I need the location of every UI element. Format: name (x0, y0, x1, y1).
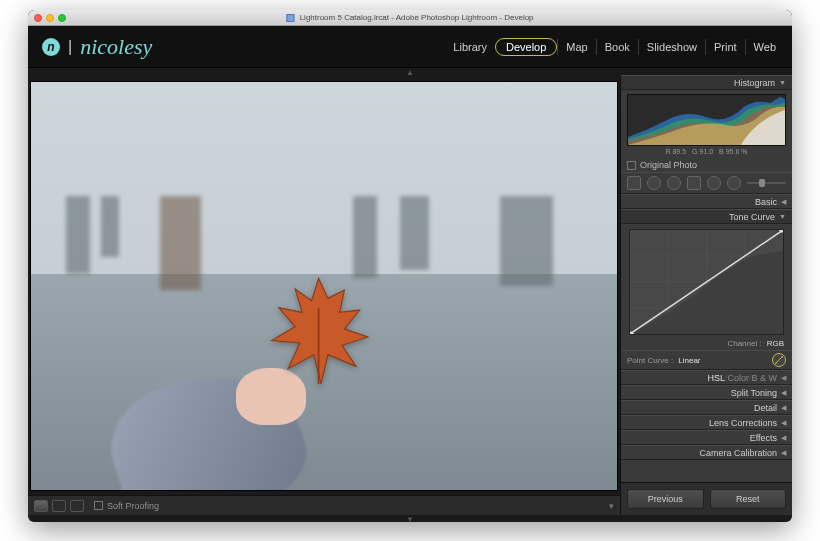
panel-cameracalib-header[interactable]: Camera Calibration◀ (621, 445, 792, 460)
triangle-down-icon: ▼ (779, 79, 786, 86)
preview-image[interactable] (30, 81, 618, 491)
module-develop[interactable]: Develop (495, 38, 557, 56)
panel-lenscorr-header[interactable]: Lens Corrections◀ (621, 415, 792, 430)
panel-detail-header[interactable]: Detail◀ (621, 400, 792, 415)
point-curve-label: Point Curve : (627, 356, 673, 365)
titlebar: Lightroom 5 Catalog.lrcat - Adobe Photos… (28, 10, 792, 26)
bottom-panel-toggle[interactable]: ▼ (28, 515, 792, 522)
svg-point-9 (775, 362, 777, 364)
panel-basic-header[interactable]: Basic◀ (621, 194, 792, 209)
tone-curve[interactable] (629, 229, 784, 335)
dev-buttons: Previous Reset (621, 482, 792, 515)
module-web[interactable]: Web (745, 39, 784, 55)
toolbar: Soft Proofing ▾ (28, 495, 620, 515)
checkbox-icon (627, 161, 636, 170)
window-controls (34, 14, 66, 22)
brand-name: nicolesy (80, 34, 152, 60)
module-library[interactable]: Library (445, 39, 495, 55)
soft-proofing-toggle[interactable]: Soft Proofing (94, 501, 159, 511)
app-icon (286, 14, 294, 22)
point-curve-row: Point Curve : Linear (621, 350, 792, 370)
app-window: Lightroom 5 Catalog.lrcat - Adobe Photos… (28, 10, 792, 522)
brand-logo-icon: n (42, 38, 60, 56)
zoom-button[interactable] (58, 14, 66, 22)
tone-curve-channel[interactable]: Channel : RGB (621, 337, 792, 350)
loupe-view-button[interactable] (34, 500, 48, 512)
crop-tool[interactable] (627, 176, 641, 190)
panel-histogram-header[interactable]: Histogram▼ (621, 75, 792, 90)
module-print[interactable]: Print (705, 39, 745, 55)
tool-slider[interactable] (747, 182, 786, 184)
reset-button[interactable]: Reset (710, 489, 787, 509)
original-photo-toggle[interactable]: Original Photo (621, 158, 792, 172)
module-book[interactable]: Book (596, 39, 638, 55)
spot-tool[interactable] (647, 176, 661, 190)
toolbar-menu[interactable]: ▾ (609, 501, 614, 511)
histogram-readout: R 89.5 G 91.0 B 95.6 % (621, 148, 792, 155)
radial-filter-tool[interactable] (707, 176, 721, 190)
header: n | nicolesy Library Develop Map Book Sl… (28, 26, 792, 68)
brand-separator: | (68, 38, 72, 56)
point-curve-toggle[interactable] (772, 353, 786, 367)
window-title: Lightroom 5 Catalog.lrcat - Adobe Photos… (286, 13, 533, 22)
module-slideshow[interactable]: Slideshow (638, 39, 705, 55)
panel-tonecurve-header[interactable]: Tone Curve▼ (621, 209, 792, 224)
identity-plate[interactable]: n | nicolesy (42, 34, 152, 60)
right-panel: Histogram▼ R 89.5 G 91.0 B 95.6 % Origin… (620, 75, 792, 515)
svg-point-10 (781, 356, 783, 358)
histogram[interactable] (627, 94, 786, 146)
previous-button[interactable]: Previous (627, 489, 704, 509)
soft-proofing-label: Soft Proofing (107, 501, 159, 511)
point-curve-value[interactable]: Linear (678, 356, 700, 365)
before-after-button[interactable] (52, 500, 66, 512)
top-panel-toggle[interactable]: ▲ (28, 68, 792, 75)
brush-tool[interactable] (727, 176, 741, 190)
leaf-icon (260, 270, 377, 392)
redeye-tool[interactable] (667, 176, 681, 190)
module-map[interactable]: Map (557, 39, 595, 55)
module-picker: Library Develop Map Book Slideshow Print… (445, 38, 784, 56)
compare-button[interactable] (70, 500, 84, 512)
panel-effects-header[interactable]: Effects◀ (621, 430, 792, 445)
panel-splittoning-header[interactable]: Split Toning◀ (621, 385, 792, 400)
grad-filter-tool[interactable] (687, 176, 701, 190)
preview-column: Soft Proofing ▾ (28, 75, 620, 515)
content: Soft Proofing ▾ Histogram▼ R 8 (28, 75, 792, 515)
checkbox-icon (94, 501, 103, 510)
minimize-button[interactable] (46, 14, 54, 22)
tool-strip (621, 172, 792, 194)
close-button[interactable] (34, 14, 42, 22)
panel-hsl-header[interactable]: HSL / Color / B & W ◀ (621, 370, 792, 385)
